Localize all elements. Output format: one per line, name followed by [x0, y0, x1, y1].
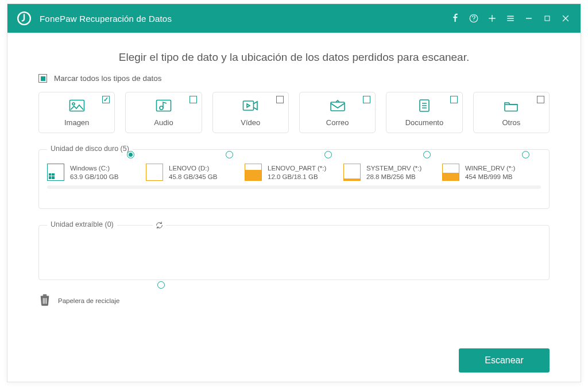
- hdd-scrollbar[interactable]: [47, 185, 541, 189]
- type-card-video[interactable]: Vídeo: [212, 92, 289, 133]
- drive-name: Windows (C:): [70, 165, 118, 172]
- drive-radio[interactable]: [324, 151, 332, 158]
- app-title: FonePaw Recuperación de Datos: [40, 14, 172, 24]
- removable-fieldset: Unidad extraíble (0): [38, 225, 550, 280]
- refresh-icon[interactable]: [153, 221, 166, 230]
- scan-button[interactable]: Escanear: [459, 348, 550, 373]
- removable-legend: Unidad extraíble (0): [47, 220, 117, 228]
- check-all-checkbox[interactable]: [38, 74, 47, 83]
- drive-size: 28.8 MB/256 MB: [366, 173, 421, 180]
- hdd-legend: Unidad de disco duro (5): [47, 145, 133, 153]
- drive-name: LENOVO_PART (*:): [268, 165, 326, 172]
- type-label-image: Imagen: [64, 118, 89, 127]
- facebook-icon[interactable]: [446, 9, 465, 28]
- svg-rect-3: [545, 16, 550, 21]
- drive-name: WINRE_DRV (*:): [465, 165, 515, 172]
- trash-icon: [38, 293, 51, 309]
- type-label-mail: Correo: [326, 118, 349, 127]
- hdd-fieldset: Unidad de disco duro (5) Windows (C:) 63…: [38, 149, 550, 209]
- recycle-radio[interactable]: [157, 281, 165, 289]
- type-card-image[interactable]: Imagen: [38, 92, 115, 133]
- image-icon: [69, 99, 85, 115]
- drive-name: LENOVO (D:): [169, 165, 217, 172]
- type-label-other: Otros: [502, 118, 520, 127]
- drive-radio[interactable]: [423, 151, 431, 158]
- drive-size: 12.0 GB/18.1 GB: [268, 173, 326, 180]
- mail-icon: [330, 99, 346, 115]
- svg-point-2: [473, 20, 474, 21]
- type-card-audio[interactable]: Audio: [125, 92, 202, 133]
- drive-size: 63.9 GB/100 GB: [70, 173, 118, 180]
- folder-icon: [503, 99, 519, 115]
- drive-radio[interactable]: [127, 151, 134, 158]
- type-checkbox-video[interactable]: [276, 96, 284, 103]
- drive-item-c[interactable]: Windows (C:) 63.9 GB/100 GB: [47, 164, 146, 181]
- type-checkbox-mail[interactable]: [363, 96, 370, 103]
- maximize-button[interactable]: [538, 9, 556, 28]
- type-label-video: Vídeo: [241, 118, 260, 127]
- minimize-button[interactable]: [520, 9, 538, 28]
- svg-point-7: [160, 106, 163, 110]
- hdd-drive-row: Windows (C:) 63.9 GB/100 GB LENOVO (D:) …: [47, 164, 541, 181]
- drive-item-systemdrv[interactable]: SYSTEM_DRV (*:) 28.8 MB/256 MB: [343, 164, 442, 181]
- svg-rect-8: [243, 101, 254, 110]
- type-label-document: Documento: [405, 118, 443, 127]
- type-card-mail[interactable]: Correo: [299, 92, 376, 133]
- type-checkbox-other[interactable]: [537, 96, 544, 103]
- type-checkbox-audio[interactable]: [189, 96, 197, 103]
- close-button[interactable]: [556, 9, 575, 28]
- svg-rect-6: [156, 100, 171, 111]
- svg-rect-13: [46, 298, 47, 304]
- svg-rect-12: [44, 298, 45, 304]
- type-card-document[interactable]: Documento: [386, 92, 462, 133]
- titlebar: FonePaw Recuperación de Datos: [7, 4, 581, 33]
- drive-radio[interactable]: [226, 151, 233, 158]
- data-type-row: Imagen Audio Vídeo C: [38, 92, 550, 133]
- svg-point-5: [72, 103, 75, 105]
- recycle-label: Papelera de reciclaje: [58, 297, 119, 304]
- drive-item-winredrv[interactable]: WINRE_DRV (*:) 454 MB/999 MB: [442, 164, 541, 181]
- drive-item-lenovopart[interactable]: LENOVO_PART (*:) 12.0 GB/18.1 GB: [245, 164, 343, 181]
- audio-icon: [156, 99, 172, 115]
- document-icon: [416, 99, 432, 115]
- svg-rect-11: [43, 298, 44, 304]
- drive-item-d[interactable]: LENOVO (D:) 45.8 GB/345 GB: [146, 164, 245, 181]
- type-checkbox-document[interactable]: [450, 96, 458, 103]
- drive-icon: [343, 164, 361, 181]
- type-card-other[interactable]: Otros: [473, 92, 550, 133]
- menu-icon[interactable]: [501, 9, 520, 28]
- type-checkbox-image[interactable]: [102, 96, 110, 103]
- video-icon: [242, 99, 258, 115]
- app-window: FonePaw Recuperación de Datos Elegir el …: [7, 3, 581, 382]
- drive-icon: [442, 164, 459, 181]
- check-all-row[interactable]: Marcar todos los tipos de datos: [38, 74, 550, 83]
- drive-size: 454 MB/999 MB: [465, 173, 515, 180]
- app-logo-icon: [17, 11, 32, 26]
- content-area: Elegir el tipo de dato y la ubicación de…: [7, 33, 581, 382]
- svg-rect-4: [69, 100, 84, 111]
- drive-icon: [146, 164, 163, 181]
- page-headline: Elegir el tipo de dato y la ubicación de…: [38, 51, 550, 64]
- drive-icon: [245, 164, 262, 181]
- svg-rect-9: [331, 102, 345, 111]
- drive-name: SYSTEM_DRV (*:): [366, 165, 421, 172]
- drive-size: 45.8 GB/345 GB: [169, 173, 217, 180]
- type-label-audio: Audio: [154, 118, 173, 127]
- feedback-icon[interactable]: [465, 9, 483, 28]
- drive-radio[interactable]: [522, 151, 529, 158]
- drive-icon: [47, 164, 64, 181]
- check-all-label: Marcar todos los tipos de datos: [54, 74, 162, 83]
- recycle-bin-item[interactable]: Papelera de reciclaje: [38, 293, 148, 309]
- plus-icon[interactable]: [483, 9, 501, 28]
